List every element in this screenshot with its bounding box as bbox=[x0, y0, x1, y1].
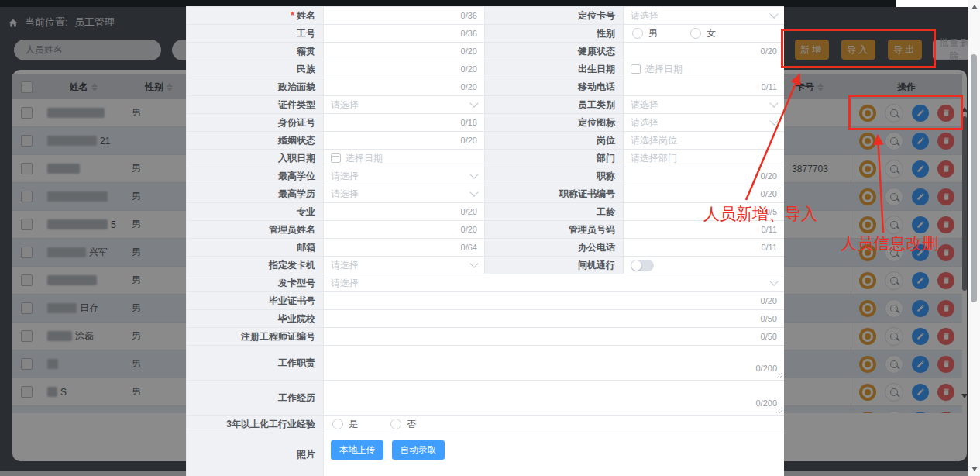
select-input[interactable]: 请选择 bbox=[324, 274, 784, 292]
select-input[interactable]: 请选择 bbox=[624, 114, 784, 132]
chevron-down-icon bbox=[469, 259, 478, 267]
text-input[interactable]: 0/20 bbox=[324, 132, 484, 150]
form-field-label: 最高学位 bbox=[186, 167, 324, 185]
chevron-down-icon bbox=[769, 9, 778, 18]
char-counter: 0/20 bbox=[461, 64, 477, 74]
chevron-down-icon bbox=[769, 98, 778, 107]
text-input[interactable]: 0/20 bbox=[324, 221, 484, 239]
input-placeholder: 请选择岗位 bbox=[631, 134, 677, 147]
radio-option[interactable]: 是 bbox=[332, 418, 358, 431]
form-field-label: 工作职责 bbox=[186, 346, 324, 381]
text-input[interactable]: 0/50 bbox=[324, 310, 784, 328]
form-field-label: 婚姻状态 bbox=[186, 132, 324, 150]
resize-grip-icon[interactable] bbox=[776, 407, 782, 413]
form-field-label: 闸机通行 bbox=[484, 257, 624, 274]
chevron-down-icon bbox=[469, 170, 478, 178]
form-field-label: 定位图标 bbox=[484, 114, 624, 132]
char-counter: 0/36 bbox=[461, 11, 477, 20]
form-field-label: 最高学历 bbox=[186, 185, 324, 203]
text-input[interactable]: 0/20 bbox=[324, 60, 484, 78]
char-counter: 0/20 bbox=[761, 47, 777, 56]
char-counter: 0/20 bbox=[461, 47, 477, 56]
text-input[interactable]: 0/36 bbox=[324, 7, 484, 25]
scroll-up-icon[interactable] bbox=[971, 5, 978, 9]
scrollbar-thumb[interactable] bbox=[971, 54, 977, 302]
textarea-input[interactable]: 0/200 bbox=[324, 381, 784, 416]
text-input[interactable]: 0/20 bbox=[624, 43, 784, 60]
upload-button[interactable]: 本地上传 bbox=[331, 440, 383, 460]
chevron-down-icon bbox=[769, 116, 778, 125]
char-counter: 0/200 bbox=[755, 398, 777, 408]
form-field-label: 身份证号 bbox=[186, 114, 324, 132]
select-input[interactable]: 请选择 bbox=[624, 96, 784, 114]
date-picker-input[interactable]: 选择日期 bbox=[624, 60, 784, 78]
form-field-label: 毕业证书号 bbox=[186, 292, 324, 310]
select-placeholder: 请选择 bbox=[331, 277, 359, 290]
radio-option[interactable]: 男 bbox=[632, 27, 658, 40]
chevron-down-icon bbox=[769, 277, 778, 285]
form-field-label: 健康状态 bbox=[484, 43, 624, 60]
char-counter: 0/20 bbox=[761, 189, 777, 198]
text-input[interactable]: 0/20 bbox=[624, 167, 784, 185]
date-placeholder: 选择日期 bbox=[346, 152, 383, 165]
browser-scrollbar[interactable] bbox=[968, 0, 980, 476]
text-input[interactable]: 0/11 bbox=[624, 239, 784, 257]
radio-circle-icon bbox=[632, 28, 643, 39]
radio-circle-icon bbox=[690, 28, 701, 39]
text-input[interactable]: 0/11 bbox=[624, 78, 784, 96]
form-field-label: *姓名 bbox=[186, 7, 324, 25]
picker-input[interactable]: 请选择岗位 bbox=[624, 132, 784, 150]
select-input[interactable]: 请选择 bbox=[324, 167, 484, 185]
form-field-label: 办公电话 bbox=[484, 239, 624, 257]
radio-option[interactable]: 女 bbox=[690, 27, 716, 40]
text-input[interactable]: 0/18 bbox=[324, 114, 484, 132]
select-placeholder: 请选择 bbox=[331, 259, 359, 272]
form-field-label: 职称证书编号 bbox=[484, 185, 624, 203]
select-placeholder: 请选择 bbox=[331, 188, 359, 201]
char-counter: 0/200 bbox=[755, 364, 777, 373]
employee-form-modal: *姓名0/36定位卡号请选择工号0/36性别男女籍贯0/20健康状态0/20民族… bbox=[186, 6, 784, 476]
calendar-icon bbox=[331, 153, 341, 163]
select-input[interactable]: 请选择 bbox=[324, 257, 484, 274]
char-counter: 0/20 bbox=[461, 207, 477, 216]
form-field-label: 民族 bbox=[186, 60, 324, 78]
scroll-down-icon[interactable] bbox=[971, 467, 978, 471]
text-input[interactable]: 0/20 bbox=[324, 78, 484, 96]
text-input[interactable]: 0/64 bbox=[324, 239, 484, 257]
select-input[interactable]: 请选择 bbox=[324, 185, 484, 203]
annotation-rect-row-actions bbox=[848, 95, 963, 130]
chevron-down-icon bbox=[469, 98, 478, 107]
date-placeholder: 选择日期 bbox=[645, 63, 683, 76]
text-input[interactable]: 0/20 bbox=[324, 203, 484, 221]
form-field-label: 工号 bbox=[186, 25, 324, 43]
select-input[interactable]: 请选择 bbox=[624, 7, 784, 25]
upload-button[interactable]: 自动录取 bbox=[392, 440, 445, 460]
resize-grip-icon[interactable] bbox=[776, 372, 782, 378]
char-counter: 0/50 bbox=[761, 314, 777, 323]
select-input[interactable]: 请选择 bbox=[324, 96, 484, 114]
picker-input[interactable]: 请选择部门 bbox=[624, 150, 784, 167]
text-input[interactable]: 0/50 bbox=[324, 328, 784, 346]
form-field-label: 员工类别 bbox=[484, 96, 624, 114]
text-input[interactable]: 0/20 bbox=[324, 292, 784, 310]
form-field-label: 职称 bbox=[484, 167, 624, 185]
char-counter: 0/11 bbox=[761, 225, 777, 234]
toggle-switch[interactable] bbox=[631, 260, 654, 271]
form-field-label: 部门 bbox=[484, 150, 624, 167]
calendar-icon bbox=[631, 64, 641, 74]
textarea-input[interactable]: 0/200 bbox=[324, 346, 784, 381]
char-counter: 0/18 bbox=[461, 118, 477, 127]
text-input[interactable]: 0/20 bbox=[624, 185, 784, 203]
text-input[interactable]: 0/20 bbox=[324, 43, 484, 60]
form-field-label: 出生日期 bbox=[484, 60, 624, 78]
char-counter: 0/20 bbox=[461, 136, 477, 145]
annotation-label-edit-delete: 人员信息改删 bbox=[841, 233, 938, 254]
form-field-label: 岗位 bbox=[484, 132, 624, 150]
form-field-label: 性别 bbox=[484, 25, 624, 43]
char-counter: 0/11 bbox=[761, 243, 777, 252]
select-placeholder: 请选择 bbox=[331, 170, 359, 183]
date-picker-input[interactable]: 选择日期 bbox=[324, 150, 484, 167]
text-input[interactable]: 0/36 bbox=[324, 25, 484, 43]
radio-circle-icon bbox=[390, 419, 401, 429]
radio-option[interactable]: 否 bbox=[390, 418, 416, 431]
